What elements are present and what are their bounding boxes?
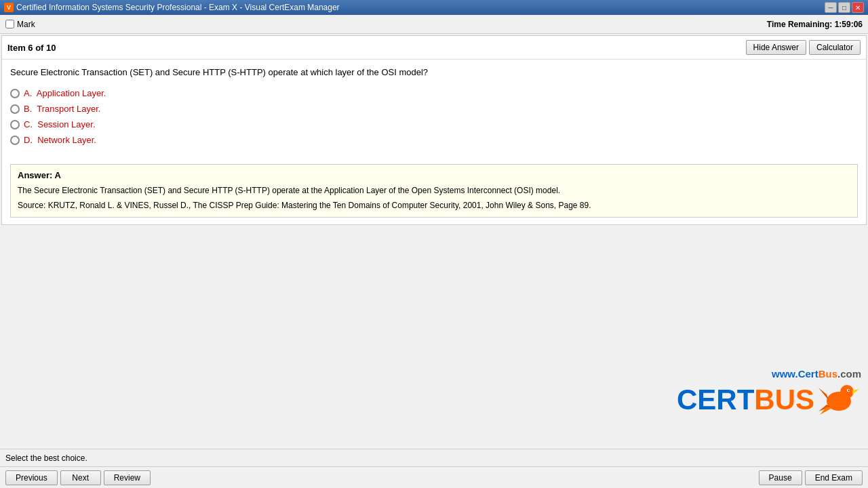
option-c-label: C. Session Layer.	[24, 119, 96, 129]
close-button[interactable]: ✕	[852, 2, 864, 13]
option-b-label: B. Transport Layer.	[24, 104, 100, 114]
question-area: Secure Electronic Transaction (SET) and …	[2, 60, 866, 157]
question-text: Secure Electronic Transaction (SET) and …	[10, 66, 858, 79]
header-row: Item 6 of 10 Hide Answer Calculator	[2, 36, 866, 60]
title-bar-controls[interactable]: ─ □ ✕	[825, 2, 864, 13]
mark-bar: Mark Time Remaining: 1:59:06	[0, 15, 868, 34]
dot-com-text: .com	[837, 368, 861, 380]
calculator-button[interactable]: Calculator	[809, 40, 861, 55]
logo-area: www.CertBus.com CERTBUS	[677, 368, 861, 418]
bus-text: Bus	[818, 368, 837, 380]
cert-logo-part: CERT	[677, 384, 754, 416]
app-icon: V	[4, 3, 14, 12]
certbus-www: www.CertBus.com	[677, 368, 861, 380]
time-remaining: Time Remaining: 1:59:06	[767, 20, 863, 29]
answer-source: Source: KRUTZ, Ronald L. & VINES, Russel…	[18, 199, 850, 211]
svg-point-5	[848, 390, 850, 391]
content-wrapper: Item 6 of 10 Hide Answer Calculator Secu…	[0, 34, 868, 449]
status-bar: Select the best choice.	[0, 449, 868, 466]
end-exam-button[interactable]: End Exam	[805, 470, 863, 485]
next-button[interactable]: Next	[60, 470, 101, 485]
answer-explanation: The Secure Electronic Transaction (SET) …	[18, 184, 850, 197]
header-buttons: Hide Answer Calculator	[746, 40, 861, 55]
maximize-button[interactable]: □	[838, 2, 850, 13]
option-d-label: D. Network Layer.	[24, 135, 96, 145]
mark-text[interactable]: Mark	[17, 20, 35, 29]
hide-answer-button[interactable]: Hide Answer	[746, 40, 806, 55]
nav-right: Pause End Exam	[759, 470, 863, 485]
minimize-button[interactable]: ─	[825, 2, 837, 13]
nav-bar: Previous Next Review Pause End Exam	[0, 466, 868, 488]
mark-checkbox[interactable]	[5, 20, 14, 28]
svg-marker-7	[820, 407, 832, 415]
time-value: 1:59:06	[835, 20, 863, 29]
status-text: Select the best choice.	[5, 453, 87, 463]
window-title: Certified Information Systems Security P…	[16, 3, 340, 12]
mark-label: Mark	[5, 20, 35, 29]
radio-c[interactable]	[10, 120, 20, 129]
review-button[interactable]: Review	[104, 470, 151, 485]
certbus-bird-icon	[817, 381, 861, 418]
svg-point-1	[840, 385, 854, 399]
option-c[interactable]: C. Session Layer.	[10, 119, 858, 129]
option-a[interactable]: A. Application Layer.	[10, 88, 858, 98]
option-d[interactable]: D. Network Layer.	[10, 135, 858, 145]
title-bar-left: V Certified Information Systems Security…	[4, 3, 340, 12]
answer-box: Answer: A The Secure Electronic Transact…	[10, 164, 858, 218]
main-content: Item 6 of 10 Hide Answer Calculator Secu…	[1, 35, 867, 225]
cert-text: Cert	[798, 368, 818, 380]
time-label: Time Remaining:	[767, 20, 832, 29]
radio-d[interactable]	[10, 136, 20, 145]
title-bar: V Certified Information Systems Security…	[0, 0, 868, 15]
item-counter: Item 6 of 10	[7, 43, 56, 53]
www-text: www.	[772, 368, 798, 380]
previous-button[interactable]: Previous	[5, 470, 58, 485]
answer-header: Answer: A	[18, 170, 850, 180]
option-b[interactable]: B. Transport Layer.	[10, 104, 858, 114]
bus-logo-part: BUS	[754, 384, 814, 416]
pause-button[interactable]: Pause	[759, 470, 802, 485]
radio-a[interactable]	[10, 89, 20, 98]
certbus-logo: CERTBUS	[677, 381, 861, 418]
nav-left: Previous Next Review	[5, 470, 151, 485]
option-a-label: A. Application Layer.	[24, 88, 106, 98]
radio-b[interactable]	[10, 104, 20, 114]
